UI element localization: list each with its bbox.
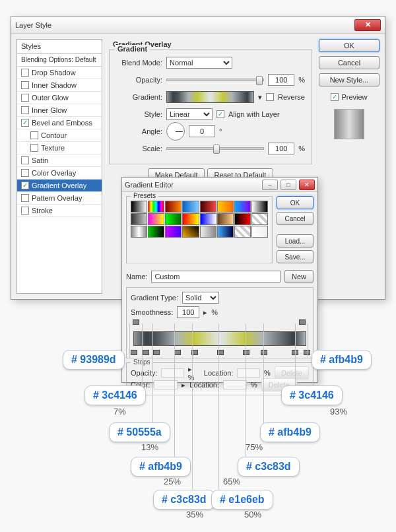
callout-hex: # afb4b9 — [260, 422, 320, 442]
preset-swatch[interactable] — [165, 213, 182, 225]
preset-swatch[interactable] — [251, 213, 268, 225]
preset-swatch[interactable] — [165, 226, 182, 238]
style-item-satin[interactable]: Satin — [17, 154, 102, 167]
preset-swatch[interactable] — [148, 213, 164, 225]
color-stop[interactable] — [292, 347, 297, 354]
maximize-icon[interactable]: □ — [280, 180, 296, 190]
minimize-icon[interactable]: – — [262, 180, 278, 190]
preset-swatch[interactable] — [182, 213, 199, 225]
preset-swatch[interactable] — [251, 226, 268, 238]
style-checkbox[interactable] — [21, 182, 29, 189]
align-checkbox[interactable] — [216, 110, 224, 118]
close-icon[interactable]: ✕ — [299, 180, 315, 190]
editor-ok-button[interactable]: OK — [277, 196, 314, 209]
preset-swatch[interactable] — [165, 201, 182, 213]
style-checkbox[interactable] — [21, 194, 29, 202]
reverse-checkbox[interactable] — [266, 93, 274, 101]
style-item-drop-shadow[interactable]: Drop Shadow — [17, 67, 102, 79]
callout-pct: 35% — [186, 510, 203, 519]
preset-swatch[interactable] — [200, 201, 216, 213]
smoothness-dropdown-icon[interactable]: ▸ — [203, 308, 207, 317]
editor-titlebar[interactable]: Gradient Editor – □ ✕ — [122, 178, 317, 192]
color-stop[interactable] — [143, 347, 148, 354]
style-checkbox[interactable] — [21, 169, 29, 177]
cancel-button[interactable]: Cancel — [319, 56, 380, 69]
gradient-type-select[interactable]: Solid — [182, 292, 219, 304]
style-label: Style: — [116, 110, 162, 118]
styles-header[interactable]: Styles — [17, 40, 102, 53]
editor-cancel-button[interactable]: Cancel — [277, 212, 314, 225]
scale-slider[interactable] — [166, 147, 264, 150]
blend-mode-select[interactable]: Normal — [166, 57, 232, 69]
preset-swatch[interactable] — [148, 201, 164, 213]
angle-dial[interactable] — [166, 122, 185, 141]
style-checkbox[interactable] — [21, 119, 29, 127]
style-item-bevel-and-emboss[interactable]: Bevel and Emboss — [17, 117, 102, 129]
preset-swatch[interactable] — [131, 201, 147, 213]
style-select[interactable]: Linear — [166, 108, 213, 120]
style-item-contour[interactable]: Contour — [17, 129, 102, 142]
preset-swatch[interactable] — [234, 201, 251, 213]
style-checkbox[interactable] — [30, 131, 38, 139]
preset-swatch[interactable] — [251, 201, 268, 213]
angle-value[interactable]: 0 — [189, 125, 215, 137]
style-checkbox[interactable] — [21, 94, 29, 102]
style-label: Drop Shadow — [32, 69, 76, 77]
scale-value[interactable]: 100 — [268, 143, 294, 154]
ok-button[interactable]: OK — [319, 39, 380, 52]
preset-swatch[interactable] — [234, 226, 251, 238]
opacity-value[interactable]: 100 — [268, 74, 294, 86]
gradient-dropdown-icon[interactable]: ▾ — [258, 93, 262, 102]
opacity-slider[interactable] — [166, 79, 264, 81]
name-input[interactable] — [151, 271, 280, 283]
opacity-stops-track[interactable] — [133, 321, 306, 327]
style-item-inner-shadow[interactable]: Inner Shadow — [17, 79, 102, 92]
style-checkbox[interactable] — [21, 69, 29, 77]
preset-swatch[interactable] — [234, 213, 251, 225]
style-item-gradient-overlay[interactable]: Gradient Overlay — [17, 180, 102, 192]
style-label: Color Overlay — [32, 169, 76, 177]
smoothness-label: Smoothness: — [131, 308, 173, 316]
titlebar[interactable]: Layer Style ✕ — [11, 17, 385, 34]
preset-swatch[interactable] — [200, 226, 216, 238]
new-style-button[interactable]: New Style... — [319, 73, 380, 86]
save-button[interactable]: Save... — [277, 250, 314, 263]
style-item-outer-glow[interactable]: Outer Glow — [17, 92, 102, 104]
callout-pct: 93% — [330, 407, 347, 416]
style-item-inner-glow[interactable]: Inner Glow — [17, 104, 102, 117]
new-button[interactable]: New — [284, 270, 314, 283]
blending-options[interactable]: Blending Options: Default — [17, 53, 102, 67]
style-checkbox[interactable] — [21, 207, 29, 215]
preset-swatch[interactable] — [200, 213, 216, 225]
style-checkbox[interactable] — [30, 144, 38, 152]
style-checkbox[interactable] — [21, 81, 29, 89]
color-stop[interactable] — [131, 347, 136, 354]
color-stops-track[interactable] — [133, 347, 306, 354]
preview-checkbox[interactable] — [331, 93, 339, 101]
preset-swatch[interactable] — [131, 213, 147, 225]
gradient-picker[interactable] — [166, 91, 254, 103]
color-stop[interactable] — [153, 347, 158, 354]
style-item-pattern-overlay[interactable]: Pattern Overlay — [17, 192, 102, 205]
blend-mode-label: Blend Mode: — [116, 59, 162, 67]
preset-swatch[interactable] — [148, 226, 164, 238]
style-item-texture[interactable]: Texture — [17, 142, 102, 154]
style-item-color-overlay[interactable]: Color Overlay — [17, 167, 102, 180]
smoothness-value[interactable]: 100 — [177, 306, 199, 318]
preset-swatch[interactable] — [217, 201, 234, 213]
stop-opacity-input — [161, 368, 183, 378]
preset-swatch[interactable] — [182, 201, 199, 213]
load-button[interactable]: Load... — [277, 234, 314, 248]
close-icon[interactable]: ✕ — [354, 19, 381, 31]
preset-swatch[interactable] — [182, 226, 199, 238]
callout-hex: # 93989d — [63, 350, 125, 370]
style-item-stroke[interactable]: Stroke — [17, 205, 102, 217]
preset-swatch[interactable] — [217, 226, 234, 238]
color-stop[interactable] — [174, 347, 180, 354]
preset-swatch[interactable] — [217, 213, 234, 225]
preset-swatch[interactable] — [131, 226, 147, 238]
dialog-title: Layer Style — [15, 21, 354, 29]
gradient-bar[interactable] — [133, 331, 306, 346]
style-checkbox[interactable] — [21, 106, 29, 114]
style-checkbox[interactable] — [21, 156, 29, 164]
